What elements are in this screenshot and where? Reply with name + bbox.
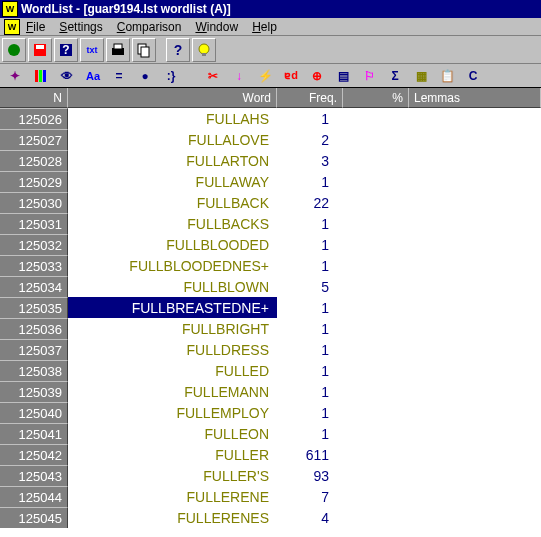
table-row[interactable]: 125032FULLBLOODED1 (0, 234, 541, 255)
table-row[interactable]: 125044FULLERENE7 (0, 486, 541, 507)
header-freq[interactable]: Freq. (277, 88, 343, 108)
cell-lemmas (409, 129, 541, 150)
cell-word: FULLBLOODED (68, 234, 277, 255)
cell-pct (343, 486, 409, 507)
cell-freq: 22 (277, 192, 343, 213)
menu-help[interactable]: Help (252, 20, 277, 34)
eye-icon[interactable]: 👁 (56, 66, 78, 86)
table-row[interactable]: 125036FULLBRIGHT1 (0, 318, 541, 339)
cell-word: FULLBLOODEDNES+ (68, 255, 277, 276)
record-button[interactable] (2, 38, 26, 62)
cell-freq: 1 (277, 255, 343, 276)
equals-icon[interactable]: = (108, 66, 130, 86)
menu-settings[interactable]: Settings (59, 20, 102, 34)
cell-lemmas (409, 192, 541, 213)
star-icon[interactable]: ✦ (4, 66, 26, 86)
cell-pct (343, 297, 409, 318)
cut-icon[interactable]: ✂ (202, 66, 224, 86)
flag-icon[interactable]: ⚐ (358, 66, 380, 86)
cell-pct (343, 129, 409, 150)
table-row[interactable]: 125029FULLAWAY1 (0, 171, 541, 192)
cell-word: FULLARTON (68, 150, 277, 171)
bulb-button[interactable] (192, 38, 216, 62)
strike-icon[interactable]: ɐd (280, 66, 302, 86)
header-word[interactable]: Word (68, 88, 277, 108)
cell-word: FULLALOVE (68, 129, 277, 150)
data-rows: 125026FULLAHS1125027FULLALOVE2125028FULL… (0, 108, 541, 528)
cell-lemmas (409, 213, 541, 234)
table-row[interactable]: 125031FULLBACKS1 (0, 213, 541, 234)
table-row[interactable]: 125039FULLEMANN1 (0, 381, 541, 402)
cell-pct (343, 318, 409, 339)
menu-window[interactable]: Window (195, 20, 238, 34)
menu-file[interactable]: File (26, 20, 45, 34)
cell-n: 125045 (0, 507, 68, 528)
target-icon[interactable]: ⊕ (306, 66, 328, 86)
brackets-icon[interactable]: :} (160, 66, 182, 86)
cell-n: 125036 (0, 318, 68, 339)
dot-icon[interactable]: ● (134, 66, 156, 86)
question-button[interactable]: ? (166, 38, 190, 62)
arrow-down-icon[interactable]: ↓ (228, 66, 250, 86)
cell-lemmas (409, 360, 541, 381)
table-row[interactable]: 125040FULLEMPLOY1 (0, 402, 541, 423)
table-row[interactable]: 125045FULLERENES4 (0, 507, 541, 528)
cell-n: 125030 (0, 192, 68, 213)
table-row[interactable]: 125030FULLBACK22 (0, 192, 541, 213)
table-row[interactable]: 125041FULLEON1 (0, 423, 541, 444)
cell-n: 125042 (0, 444, 68, 465)
cell-freq: 1 (277, 234, 343, 255)
cell-freq: 1 (277, 402, 343, 423)
cell-word: FULLEMANN (68, 381, 277, 402)
table-row[interactable]: 125033FULLBLOODEDNES+1 (0, 255, 541, 276)
clipboard-icon[interactable]: 📋 (436, 66, 458, 86)
aa-icon[interactable]: Aa (82, 66, 104, 86)
cell-word: FULLED (68, 360, 277, 381)
cell-word: FULLBACK (68, 192, 277, 213)
copy-button[interactable] (132, 38, 156, 62)
cell-freq: 1 (277, 339, 343, 360)
cell-lemmas (409, 507, 541, 528)
cell-n: 125032 (0, 234, 68, 255)
cell-freq: 1 (277, 423, 343, 444)
cell-lemmas (409, 318, 541, 339)
cell-freq: 5 (277, 276, 343, 297)
table-row[interactable]: 125038FULLED1 (0, 360, 541, 381)
header-lemmas[interactable]: Lemmas (409, 88, 541, 108)
table-row[interactable]: 125043FULLER'S93 (0, 465, 541, 486)
header-n[interactable]: N (0, 88, 68, 108)
table-row[interactable]: 125028FULLARTON3 (0, 150, 541, 171)
txt-button[interactable]: txt (80, 38, 104, 62)
save-button[interactable] (28, 38, 52, 62)
help-book-button[interactable]: ? (54, 38, 78, 62)
svg-rect-2 (36, 45, 44, 49)
table-row[interactable]: 125037FULLDRESS1 (0, 339, 541, 360)
cell-word: FULLEMPLOY (68, 402, 277, 423)
table-row[interactable]: 125042FULLER611 (0, 444, 541, 465)
cell-freq: 1 (277, 381, 343, 402)
list-icon[interactable]: ▤ (332, 66, 354, 86)
cell-freq: 2 (277, 129, 343, 150)
svg-point-0 (8, 44, 20, 56)
cell-freq: 611 (277, 444, 343, 465)
app-icon: W (2, 1, 18, 17)
table-row[interactable]: 125026FULLAHS1 (0, 108, 541, 129)
table-row[interactable]: 125027FULLALOVE2 (0, 129, 541, 150)
c-icon[interactable]: C (462, 66, 484, 86)
cell-word: FULLAHS (68, 108, 277, 129)
cell-n: 125038 (0, 360, 68, 381)
table-row[interactable]: 125035FULLBREASTEDNE+1 (0, 297, 541, 318)
menu-comparison[interactable]: Comparison (117, 20, 182, 34)
cell-word: FULLAWAY (68, 171, 277, 192)
cell-word: FULLEON (68, 423, 277, 444)
chart-icon[interactable]: ▦ (410, 66, 432, 86)
toolbar-main: ? txt ? (0, 36, 541, 64)
header-pct[interactable]: % (343, 88, 409, 108)
bolt-icon[interactable]: ⚡ (254, 66, 276, 86)
svg-point-9 (199, 44, 209, 54)
toolbar-secondary: ✦ 👁 Aa = ● :} ✂ ↓ ⚡ ɐd ⊕ ▤ ⚐ Σ ▦ 📋 C (0, 64, 541, 88)
table-row[interactable]: 125034FULLBLOWN5 (0, 276, 541, 297)
columns-icon[interactable] (30, 66, 52, 86)
sigma-icon[interactable]: Σ (384, 66, 406, 86)
print-button[interactable] (106, 38, 130, 62)
